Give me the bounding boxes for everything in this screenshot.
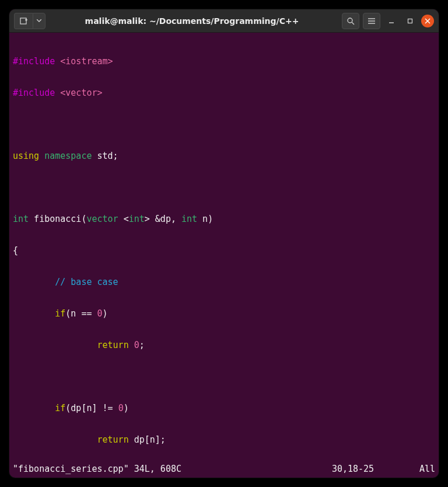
code-line: #include <iostream> (13, 56, 435, 67)
new-tab-icon (20, 17, 28, 25)
maximize-icon (407, 18, 413, 24)
close-icon (425, 18, 430, 24)
code-line: // base case (13, 277, 435, 287)
search-button[interactable] (342, 13, 359, 29)
minimize-button[interactable] (384, 13, 399, 29)
terminal-content[interactable]: #include <iostream> #include <vector> us… (9, 33, 439, 478)
svg-rect-0 (20, 18, 26, 24)
menu-button[interactable] (363, 13, 380, 29)
code-line: #include <vector> (13, 88, 435, 98)
hamburger-icon (368, 18, 376, 25)
code-line: { (13, 245, 435, 256)
code-line: using namespace std; (13, 151, 435, 161)
close-button[interactable] (421, 15, 434, 27)
status-cursor-position: 30,18-25 (332, 464, 419, 474)
terminal-window: malik@malik: ~/Documents/Programming/C++ (9, 9, 439, 478)
code-line: return 0; (13, 340, 435, 350)
maximize-button[interactable] (402, 13, 418, 29)
code-line: if(n == 0) (13, 308, 435, 319)
code-line (13, 182, 435, 193)
new-tab-button[interactable] (14, 13, 33, 29)
status-file: "fibonacci_series.cpp" 34L, 608C (13, 464, 332, 474)
code-line (13, 371, 435, 382)
new-tab-dropdown-button[interactable] (33, 13, 46, 29)
code-line (13, 119, 435, 130)
code-line: return dp[n]; (13, 434, 435, 445)
vim-status-line: "fibonacci_series.cpp" 34L, 608C 30,18-2… (13, 464, 435, 474)
code-line: int fibonacci(vector <int> &dp, int n) (13, 214, 435, 224)
svg-rect-9 (408, 19, 412, 23)
svg-point-3 (348, 18, 352, 23)
titlebar: malik@malik: ~/Documents/Programming/C++ (9, 9, 439, 33)
window-title: malik@malik: ~/Documents/Programming/C++ (48, 16, 336, 26)
code-line: if(dp[n] != 0) (13, 403, 435, 413)
search-icon (346, 17, 355, 25)
chevron-down-icon (37, 19, 41, 22)
svg-line-4 (352, 22, 354, 25)
status-scroll-position: All (419, 464, 435, 474)
minimize-icon (388, 18, 394, 24)
